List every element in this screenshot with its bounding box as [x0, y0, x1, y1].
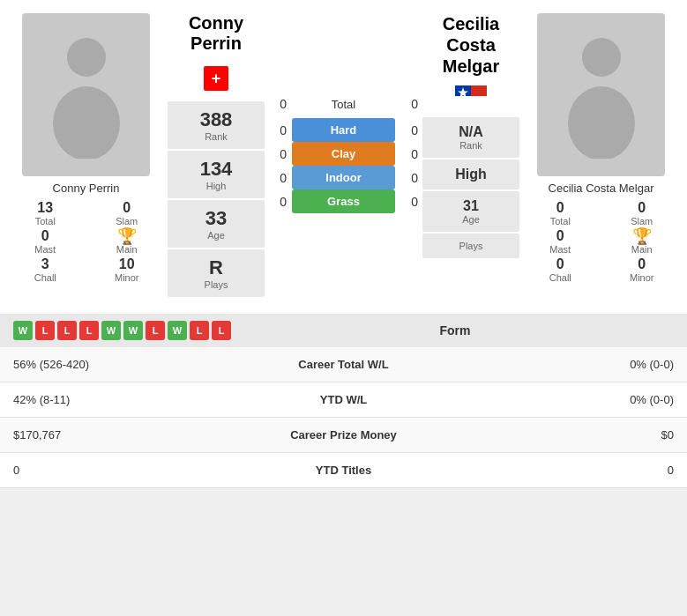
right-minor-cell: 0 Minor	[606, 256, 679, 283]
right-slam-label: Slam	[631, 216, 653, 226]
right-chall-label: Chall	[549, 272, 571, 283]
right-mast-value: 0	[556, 228, 564, 244]
left-total-label: Total	[35, 216, 56, 226]
right-total-value: 0	[556, 200, 564, 216]
left-minor-label: Minor	[115, 272, 139, 283]
right-total-label: Total	[550, 216, 571, 226]
right-rank-box: N/A Rank	[422, 117, 519, 158]
right-age-label: Age	[427, 214, 515, 225]
stats-right-1: 0% (0-0)	[460, 382, 687, 418]
surface-right-score-hard: 0	[400, 123, 418, 137]
left-player-avatar	[22, 13, 150, 176]
left-mast-value: 0	[41, 228, 49, 244]
stats-right-2: $0	[460, 418, 687, 453]
form-badges-container: WLLLWWLWLL	[13, 321, 231, 340]
left-high-box: 134 High	[168, 151, 265, 198]
surface-row-hard: 0 Hard 0	[269, 118, 418, 142]
form-badge-8: L	[190, 321, 209, 340]
surface-left-score-indoor: 0	[269, 171, 287, 185]
stats-tbody: 56% (526-420) Career Total W/L 0% (0-0) …	[0, 347, 687, 488]
stats-row-3: 0 YTD Titles 0	[0, 453, 687, 488]
right-mast-cell: 0 Mast	[524, 228, 597, 255]
surface-right-score-grass: 0	[400, 195, 418, 209]
svg-point-1	[53, 86, 120, 159]
stats-row-1: 42% (8-11) YTD W/L 0% (0-0)	[0, 382, 687, 418]
right-player-card: Cecilia Costa Melgar 0 Total 0 Slam 0 Ma…	[524, 13, 678, 297]
left-age-value: 33	[172, 207, 260, 230]
right-trophy-icon: 🏆	[632, 228, 652, 244]
surface-row-clay: 0 Clay 0	[269, 142, 418, 166]
surface-btn-indoor[interactable]: Indoor	[292, 166, 395, 189]
left-rank-label: Rank	[172, 131, 260, 142]
left-chall-label: Chall	[34, 272, 56, 283]
stats-center-2: Career Prize Money	[227, 418, 460, 453]
surface-right-score-clay: 0	[400, 147, 418, 161]
left-slam-value: 0	[123, 200, 131, 216]
right-mast-label: Mast	[549, 244, 571, 255]
right-plays-box: Plays	[422, 234, 519, 258]
right-high-value: High	[427, 167, 515, 182]
stats-left-2: $170,767	[0, 418, 227, 453]
right-age-box: 31 Age	[422, 191, 519, 232]
left-rank-box: 388 Rank	[168, 101, 265, 149]
surface-left-score-hard: 0	[269, 123, 287, 137]
swiss-flag: +	[204, 66, 228, 91]
stats-row-0: 56% (526-420) Career Total W/L 0% (0-0)	[0, 347, 687, 382]
left-total-value: 13	[37, 200, 53, 216]
stats-right-0: 0% (0-0)	[460, 347, 687, 382]
surface-rows: 0 Hard 0 0 Clay 0 0 Indoor 0 0 Grass 0	[269, 118, 418, 213]
left-slam-cell: 0 Slam	[91, 200, 164, 226]
right-slam-value: 0	[638, 200, 646, 216]
stats-center-3: YTD Titles	[227, 453, 460, 488]
right-age-value: 31	[427, 198, 515, 214]
right-chall-cell: 0 Chall	[524, 256, 597, 283]
total-left-score: 0	[269, 97, 287, 111]
svg-point-6	[582, 38, 621, 77]
right-rank-label: Rank	[427, 140, 515, 151]
left-rank-value: 388	[172, 108, 260, 131]
right-flag-container	[455, 85, 487, 107]
left-player-name: Conny Perrin	[53, 182, 120, 195]
form-badge-5: W	[123, 321, 143, 340]
surface-btn-clay[interactable]: Clay	[292, 142, 395, 166]
right-main-label: Main	[631, 244, 653, 255]
right-slam-cell: 0 Slam	[606, 200, 679, 226]
right-stats: Cecilia CostaMelgar N/A Rank High	[422, 13, 519, 297]
right-rank-value: N/A	[427, 124, 515, 140]
surface-btn-grass[interactable]: Grass	[292, 189, 395, 213]
surface-row-grass: 0 Grass 0	[269, 189, 418, 213]
surface-btn-hard[interactable]: Hard	[292, 118, 395, 142]
right-plays-label: Plays	[427, 241, 515, 251]
stats-row-2: $170,767 Career Prize Money $0	[0, 418, 687, 453]
left-plays-value: R	[172, 256, 260, 279]
right-player-avatar	[537, 13, 665, 176]
left-trophy-cell: 🏆 Main	[91, 228, 164, 255]
svg-point-0	[67, 38, 106, 77]
surface-left-score-grass: 0	[269, 195, 287, 209]
left-mast-cell: 0 Mast	[9, 228, 82, 255]
left-high-label: High	[172, 181, 260, 191]
total-right-score: 0	[400, 97, 418, 111]
form-section: WLLLWWLWLL Form	[0, 314, 687, 347]
left-chall-cell: 3 Chall	[9, 256, 82, 283]
left-minor-value: 10	[119, 256, 135, 272]
right-trophy-cell: 🏆 Main	[606, 228, 679, 255]
stats-right-3: 0	[460, 453, 687, 488]
stats-center-0: Career Total W/L	[227, 347, 460, 382]
left-slam-label: Slam	[116, 216, 138, 226]
right-player-title: Cecilia CostaMelgar	[422, 13, 519, 77]
left-total-cell: 13 Total	[9, 200, 82, 226]
svg-rect-3	[455, 96, 487, 107]
stats-left-1: 42% (8-11)	[0, 382, 227, 418]
form-badge-4: W	[101, 321, 121, 340]
form-badge-1: L	[35, 321, 55, 340]
stats-center-1: YTD W/L	[227, 382, 460, 418]
right-player-name: Cecilia Costa Melgar	[549, 182, 654, 195]
stats-table: 56% (526-420) Career Total W/L 0% (0-0) …	[0, 347, 687, 488]
surface-left-score-clay: 0	[269, 147, 287, 161]
left-plays-box: R Plays	[168, 249, 265, 297]
left-trophy-icon: 🏆	[117, 228, 137, 244]
stats-left-3: 0	[0, 453, 227, 488]
form-badge-9: L	[212, 321, 231, 340]
surface-row-indoor: 0 Indoor 0	[269, 166, 418, 189]
